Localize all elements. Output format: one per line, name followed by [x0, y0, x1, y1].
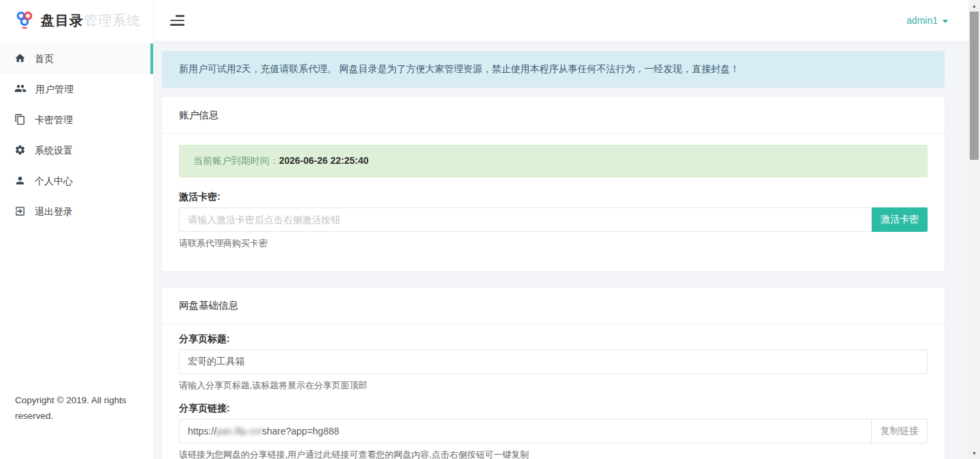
vertical-scrollbar[interactable]: ▲ ▼	[968, 0, 980, 459]
copyright-text: Copyright © 2019. All rights reserved.	[15, 392, 134, 424]
sidebar-item-users[interactable]: 用户管理	[0, 74, 153, 105]
share-title-label: 分享页标题:	[179, 333, 928, 345]
expiry-alert: 当前账户到期时间：2026-06-26 22:25:40	[179, 145, 928, 177]
copy-link-button[interactable]: 复制链接	[872, 419, 928, 443]
share-link-suffix: share?app=hg888	[262, 426, 339, 437]
brand-logo-icon	[15, 10, 34, 32]
sidebar-menu: 首页 用户管理 卡密管理 系统设置 个人中心	[0, 41, 153, 227]
sidebar-item-profile[interactable]: 个人中心	[0, 166, 153, 197]
brand-logo[interactable]: 盘目录管理系统	[0, 0, 153, 41]
users-icon	[14, 82, 27, 97]
gear-icon	[14, 144, 26, 158]
disk-card-title: 网盘基础信息	[162, 288, 945, 324]
user-icon	[14, 175, 26, 188]
sidebar-item-label: 首页	[35, 53, 54, 65]
sidebar-item-home[interactable]: 首页	[0, 44, 153, 74]
share-link-input[interactable]: https://pan.lllp.cn/share?app=hg888	[179, 419, 872, 443]
sidebar: 盘目录管理系统 首页 用户管理 卡密管理 系统设置	[0, 0, 154, 459]
menu-toggle-icon[interactable]	[170, 15, 184, 26]
sidebar-item-cards[interactable]: 卡密管理	[0, 105, 153, 135]
sidebar-item-label: 用户管理	[35, 84, 74, 96]
activation-help: 请联系代理商购买卡密	[179, 237, 928, 250]
app-title-sub: 管理系统	[84, 13, 141, 28]
cards-icon	[14, 114, 26, 127]
account-info-card: 账户信息 当前账户到期时间：2026-06-26 22:25:40 激活卡密: …	[162, 97, 945, 271]
app-title: 盘目录管理系统	[41, 12, 141, 30]
chevron-down-icon	[943, 20, 948, 23]
user-dropdown[interactable]: admin1	[906, 15, 948, 26]
sidebar-item-label: 系统设置	[35, 145, 73, 157]
scrollbar-thumb[interactable]	[970, 12, 979, 160]
sidebar-item-label: 个人中心	[35, 175, 73, 188]
share-title-input[interactable]	[179, 350, 928, 374]
main-content: 新用户可试用2天，充值请联系代理。 网盘目录是为了方便大家管理资源，禁止使用本程…	[154, 41, 968, 459]
scroll-up-arrow-icon[interactable]: ▲	[968, 0, 980, 12]
sidebar-item-label: 退出登录	[35, 206, 73, 218]
account-card-title: 账户信息	[162, 97, 945, 134]
top-header: admin1	[154, 0, 968, 41]
notice-banner: 新用户可试用2天，充值请联系代理。 网盘目录是为了方便大家管理资源，禁止使用本程…	[162, 51, 945, 88]
share-title-help: 请输入分享页标题,该标题将展示在分享页面顶部	[179, 379, 928, 392]
activation-label: 激活卡密:	[179, 191, 928, 203]
scroll-down-arrow-icon[interactable]: ▼	[968, 447, 980, 459]
share-link-label: 分享页链接:	[179, 403, 928, 415]
sidebar-item-logout[interactable]: 退出登录	[0, 197, 153, 227]
expiry-label: 当前账户到期时间：	[193, 155, 279, 166]
sidebar-item-label: 卡密管理	[35, 114, 73, 126]
share-link-help: 该链接为您网盘的分享链接,用户通过此链接可查看您的网盘内容,点击右侧按钮可一键复…	[179, 449, 928, 459]
activate-button[interactable]: 激活卡密	[872, 207, 928, 232]
notice-text: 新用户可试用2天，充值请联系代理。 网盘目录是为了方便大家管理资源，禁止使用本程…	[179, 63, 740, 75]
disk-info-card: 网盘基础信息 分享页标题: 请输入分享页标题,该标题将展示在分享页面顶部 分享页…	[162, 288, 945, 459]
share-link-prefix: https://	[188, 426, 216, 437]
logout-icon	[14, 205, 26, 219]
share-link-censored: pan.lllp.cn/	[216, 426, 262, 437]
username: admin1	[906, 15, 938, 26]
home-icon	[14, 52, 26, 66]
sidebar-item-settings[interactable]: 系统设置	[0, 135, 153, 166]
expiry-value: 2026-06-26 22:25:40	[279, 155, 369, 166]
activation-input[interactable]	[179, 207, 872, 232]
app-title-main: 盘目录	[41, 13, 84, 28]
